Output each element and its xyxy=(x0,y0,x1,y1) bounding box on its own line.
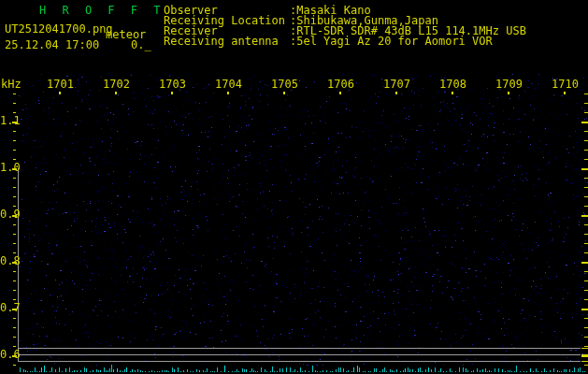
x-tick-label: 1706 xyxy=(327,79,354,91)
x-tick-label: 1701 xyxy=(47,79,74,91)
x-tick-label: 1710 xyxy=(552,79,579,91)
y-tick-label: 1.1 xyxy=(0,115,21,127)
x-tick-label: 1709 xyxy=(495,79,523,91)
text-layer: H R O F F T UT2512041700.png meteor 25.1… xyxy=(0,0,588,374)
x-tick-label: 1708 xyxy=(439,79,466,91)
output-filename: UT2512041700.png xyxy=(5,23,113,36)
progress-counter: 0._ xyxy=(131,39,151,51)
x-tick-label: 1703 xyxy=(159,79,186,91)
info-label: Receiving antenna xyxy=(164,36,279,48)
hrofft-output-screen: H R O F F T UT2512041700.png meteor 25.1… xyxy=(0,0,588,374)
app-title: H R O F F T xyxy=(39,5,165,17)
y-tick-label: 0.6 xyxy=(0,349,21,361)
y-tick-label: 0.7 xyxy=(0,302,21,314)
y-axis-unit-label: kHz xyxy=(1,79,22,91)
x-tick-label: 1702 xyxy=(103,79,130,91)
y-tick-label: 0.8 xyxy=(0,255,21,267)
y-tick-label: 1.0 xyxy=(0,162,21,174)
datetime-label: 25.12.04 17:00 xyxy=(5,39,99,51)
info-value: :5el Yagi Az 20 for Aomori VOR xyxy=(290,36,493,48)
x-tick-label: 1705 xyxy=(271,79,298,91)
x-tick-label: 1707 xyxy=(383,79,410,91)
x-tick-label: 1704 xyxy=(215,79,242,91)
y-tick-label: 0.9 xyxy=(0,209,21,221)
